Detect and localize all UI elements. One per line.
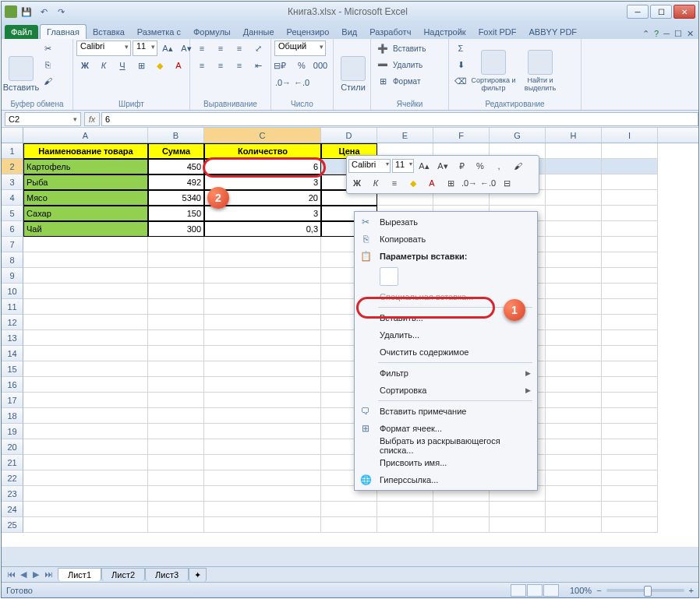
cell-empty[interactable]: [23, 330, 148, 346]
cell-empty[interactable]: [602, 237, 658, 252]
tab-view[interactable]: Вид: [335, 25, 363, 39]
cell-empty[interactable]: [204, 408, 321, 424]
rowhead-4[interactable]: 4: [2, 190, 23, 206]
ctx-format-cells[interactable]: ⊞Формат ячеек...: [355, 420, 537, 437]
cell-empty[interactable]: [148, 517, 204, 533]
sheet-nav-next[interactable]: ▶: [30, 569, 42, 580]
cell-b5[interactable]: 150: [148, 206, 204, 221]
cell-empty[interactable]: [23, 346, 148, 361]
cell-empty[interactable]: [204, 315, 321, 330]
mini-font-color-icon[interactable]: A: [423, 175, 440, 191]
cell-empty[interactable]: [602, 439, 658, 455]
cell-empty[interactable]: [204, 486, 321, 502]
tab-insert[interactable]: Вставка: [87, 25, 131, 39]
cell-empty[interactable]: [546, 252, 602, 268]
cell-empty[interactable]: [321, 502, 377, 517]
insert-cells-icon[interactable]: ➕: [374, 41, 391, 56]
cell-b6[interactable]: 300: [148, 221, 204, 237]
font-name-select[interactable]: Calibri: [76, 41, 131, 56]
cell-empty[interactable]: [602, 455, 658, 470]
increase-font-icon[interactable]: A▴: [159, 41, 176, 56]
cell-c6[interactable]: 0,3: [204, 221, 321, 237]
rowhead-5[interactable]: 5: [2, 206, 23, 221]
cell-empty[interactable]: [204, 470, 321, 486]
cell-empty[interactable]: [602, 361, 658, 377]
cell-empty[interactable]: [546, 470, 602, 486]
cell-empty[interactable]: [148, 346, 204, 361]
cell-empty[interactable]: [148, 299, 204, 315]
ctx-filter[interactable]: Фильтр▶: [355, 365, 537, 382]
cell-empty[interactable]: [148, 408, 204, 424]
doc-close-icon[interactable]: ✕: [687, 29, 694, 39]
cell-a1[interactable]: Наименование товара: [23, 143, 148, 159]
mini-grow-font-icon[interactable]: A▴: [415, 158, 433, 174]
cell-empty[interactable]: [204, 268, 321, 284]
mini-inc-decimal-icon[interactable]: .0→: [461, 175, 478, 191]
cell-empty[interactable]: [148, 377, 204, 393]
rowhead-2[interactable]: 2: [2, 159, 23, 174]
rowhead-15[interactable]: 15: [2, 361, 23, 377]
cell-empty[interactable]: [23, 299, 148, 315]
cell-empty[interactable]: [23, 517, 148, 533]
ctx-hyperlink[interactable]: 🌐Гиперссылка...: [355, 471, 537, 488]
styles-button[interactable]: Стили: [337, 41, 369, 92]
cell-empty[interactable]: [23, 315, 148, 330]
cell-a3[interactable]: Рыба: [23, 174, 148, 190]
format-painter-icon[interactable]: 🖌: [39, 73, 56, 89]
close-button[interactable]: ✕: [673, 5, 695, 19]
cell-empty[interactable]: [204, 299, 321, 315]
tab-file[interactable]: Файл: [5, 25, 38, 39]
sheet-nav-prev[interactable]: ◀: [17, 569, 30, 580]
cell-empty[interactable]: [546, 315, 602, 330]
mini-align-icon[interactable]: ≡: [386, 175, 403, 191]
ribbon-minimize-icon[interactable]: ⌃: [642, 29, 649, 39]
rowhead-9[interactable]: 9: [2, 268, 23, 284]
cell-a5[interactable]: Сахар: [23, 206, 148, 221]
cell-empty[interactable]: [148, 470, 204, 486]
mini-border-icon[interactable]: ⊞: [442, 175, 459, 191]
cell-empty[interactable]: [148, 424, 204, 439]
cell-empty[interactable]: [377, 517, 433, 533]
cell-empty[interactable]: [602, 393, 658, 408]
qat-redo-icon[interactable]: ↷: [53, 4, 69, 19]
cell-empty[interactable]: [148, 268, 204, 284]
cell-empty[interactable]: [546, 330, 602, 346]
inc-decimal-icon[interactable]: .0→: [274, 75, 292, 90]
cell-empty[interactable]: [23, 268, 148, 284]
cell-empty[interactable]: [546, 393, 602, 408]
rowhead-10[interactable]: 10: [2, 284, 23, 299]
mini-italic-icon[interactable]: К: [367, 175, 384, 191]
cell-empty[interactable]: [204, 361, 321, 377]
cell-empty[interactable]: [148, 455, 204, 470]
autosum-icon[interactable]: Σ: [452, 41, 469, 56]
sheet-nav-last[interactable]: ⏭: [42, 569, 55, 580]
cell-empty[interactable]: [23, 393, 148, 408]
cell-empty[interactable]: [148, 284, 204, 299]
cell-empty[interactable]: [204, 424, 321, 439]
cell-c2[interactable]: 6: [204, 159, 321, 174]
rowhead-13[interactable]: 13: [2, 330, 23, 346]
underline-icon[interactable]: Ч: [114, 58, 131, 73]
mini-bold-icon[interactable]: Ж: [348, 175, 366, 191]
tab-foxit[interactable]: Foxit PDF: [472, 25, 523, 39]
font-color-icon[interactable]: A: [170, 58, 187, 73]
cell-empty[interactable]: [204, 330, 321, 346]
border-icon[interactable]: ⊞: [133, 58, 150, 73]
cell-b1[interactable]: Сумма: [148, 143, 204, 159]
ctx-sort[interactable]: Сортировка▶: [355, 382, 537, 399]
cell-empty[interactable]: [546, 284, 602, 299]
help-icon[interactable]: ?: [654, 29, 659, 39]
bold-icon[interactable]: Ж: [76, 58, 94, 73]
cell-empty[interactable]: [148, 315, 204, 330]
mini-percent-icon[interactable]: %: [472, 158, 489, 174]
rowhead-17[interactable]: 17: [2, 393, 23, 408]
indent-dec-icon[interactable]: ⇤: [249, 58, 267, 73]
doc-min-icon[interactable]: ─: [663, 29, 670, 39]
colhead-a[interactable]: A: [23, 128, 148, 143]
mini-format-painter-icon[interactable]: 🖌: [509, 158, 526, 174]
cell-empty[interactable]: [546, 439, 602, 455]
cell-empty[interactable]: [148, 361, 204, 377]
cell-empty[interactable]: [148, 252, 204, 268]
mini-dec-decimal-icon[interactable]: ←.0: [479, 175, 497, 191]
sheet-tab-2[interactable]: Лист2: [101, 568, 145, 581]
